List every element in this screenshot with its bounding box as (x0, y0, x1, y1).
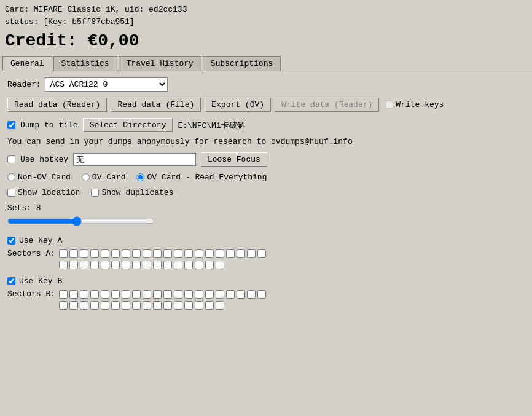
sector-a-19[interactable] (257, 249, 266, 258)
sector-b-31[interactable] (174, 301, 182, 310)
sector-b-4[interactable] (101, 290, 109, 299)
loose-focus-button[interactable]: Loose Focus (201, 152, 267, 167)
sector-b-29[interactable] (153, 301, 162, 310)
sector-a-21[interactable] (69, 261, 78, 269)
radio-ov-input[interactable] (82, 173, 90, 181)
sector-a-20[interactable] (59, 261, 68, 269)
sector-a-33[interactable] (195, 261, 203, 269)
sector-b-14[interactable] (205, 290, 214, 299)
sector-a-6[interactable] (122, 249, 130, 258)
show-duplicates-checkbox[interactable] (91, 189, 99, 197)
sector-b-7[interactable] (132, 290, 141, 299)
sector-a-4[interactable] (101, 249, 109, 258)
dump-to-file-checkbox[interactable] (7, 121, 15, 129)
sector-a-26[interactable] (122, 261, 130, 269)
tab-travel-history[interactable]: Travel History (119, 56, 201, 71)
write-reader-button[interactable]: Write data (Reader) (275, 98, 379, 112)
sectors-a-label: Sectors A: (7, 249, 57, 258)
sector-b-13[interactable] (195, 290, 203, 299)
sectors-a-row2 (7, 261, 525, 269)
sector-a-10[interactable] (163, 249, 172, 258)
sector-b-10[interactable] (163, 290, 172, 299)
sector-b-21[interactable] (69, 301, 78, 310)
sector-a-29[interactable] (153, 261, 162, 269)
sector-a-27[interactable] (132, 261, 141, 269)
sector-b-28[interactable] (143, 301, 151, 310)
sector-a-16[interactable] (226, 249, 235, 258)
sector-b-16[interactable] (226, 290, 235, 299)
sector-b-8[interactable] (143, 290, 151, 299)
sector-b-19[interactable] (257, 290, 266, 299)
sector-b-32[interactable] (184, 301, 193, 310)
sector-a-30[interactable] (163, 261, 172, 269)
sector-b-35[interactable] (216, 301, 224, 310)
sector-b-6[interactable] (122, 290, 130, 299)
sector-a-28[interactable] (143, 261, 151, 269)
radio-non-ov-input[interactable] (7, 173, 15, 181)
sector-b-23[interactable] (90, 301, 99, 310)
sector-b-20[interactable] (59, 301, 68, 310)
sector-a-7[interactable] (132, 249, 141, 258)
sector-b-34[interactable] (205, 301, 214, 310)
sector-a-31[interactable] (174, 261, 182, 269)
sector-b-26[interactable] (122, 301, 130, 310)
radio-ov-read-all[interactable]: OV Card - Read Everything (136, 173, 267, 182)
sector-a-34[interactable] (205, 261, 214, 269)
hotkey-input[interactable] (73, 153, 196, 166)
sector-a-24[interactable] (101, 261, 109, 269)
sector-a-18[interactable] (247, 249, 256, 258)
sector-b-12[interactable] (184, 290, 193, 299)
radio-ov-read-all-input[interactable] (136, 173, 144, 181)
sector-a-22[interactable] (80, 261, 88, 269)
tab-statistics[interactable]: Statistics (53, 56, 117, 71)
sector-b-15[interactable] (216, 290, 224, 299)
sector-b-0[interactable] (59, 290, 68, 299)
sector-b-18[interactable] (247, 290, 256, 299)
sector-a-1[interactable] (69, 249, 78, 258)
use-hotkey-checkbox[interactable] (7, 155, 15, 163)
sector-a-15[interactable] (216, 249, 224, 258)
sector-a-9[interactable] (153, 249, 162, 258)
radio-ov[interactable]: OV Card (82, 173, 126, 182)
sector-a-25[interactable] (111, 261, 120, 269)
radio-non-ov[interactable]: Non-OV Card (7, 173, 71, 182)
sector-b-9[interactable] (153, 290, 162, 299)
sector-a-23[interactable] (90, 261, 99, 269)
sector-b-30[interactable] (163, 301, 172, 310)
sector-b-3[interactable] (90, 290, 99, 299)
sector-a-32[interactable] (184, 261, 193, 269)
read-file-button[interactable]: Read data (File) (111, 98, 201, 112)
use-key-a-checkbox[interactable] (7, 237, 15, 245)
sector-a-13[interactable] (195, 249, 203, 258)
show-location-checkbox[interactable] (7, 189, 15, 197)
sector-a-2[interactable] (80, 249, 88, 258)
sector-b-24[interactable] (101, 301, 109, 310)
sector-b-11[interactable] (174, 290, 182, 299)
sector-a-35[interactable] (216, 261, 224, 269)
sector-b-22[interactable] (80, 301, 88, 310)
sector-a-5[interactable] (111, 249, 120, 258)
sector-a-17[interactable] (237, 249, 245, 258)
sector-a-3[interactable] (90, 249, 99, 258)
write-keys-checkbox[interactable] (385, 101, 393, 109)
sector-b-1[interactable] (69, 290, 78, 299)
sector-a-12[interactable] (184, 249, 193, 258)
sector-b-27[interactable] (132, 301, 141, 310)
sector-b-33[interactable] (195, 301, 203, 310)
read-reader-button[interactable]: Read data (Reader) (7, 98, 107, 112)
select-directory-button[interactable]: Select Directory (83, 118, 173, 132)
sector-a-11[interactable] (174, 249, 182, 258)
sector-a-8[interactable] (143, 249, 151, 258)
reader-select[interactable]: ACS ACR122 0 (45, 77, 168, 92)
use-key-b-checkbox[interactable] (7, 277, 15, 285)
sector-a-0[interactable] (59, 249, 68, 258)
sector-a-14[interactable] (205, 249, 214, 258)
export-ov-button[interactable]: Export (OV) (205, 98, 271, 112)
sector-b-17[interactable] (237, 290, 245, 299)
sets-slider[interactable] (7, 216, 155, 226)
sector-b-5[interactable] (111, 290, 120, 299)
sector-b-25[interactable] (111, 301, 120, 310)
tab-general[interactable]: General (2, 56, 52, 71)
tab-subscriptions[interactable]: Subscriptions (203, 56, 281, 71)
sector-b-2[interactable] (80, 290, 88, 299)
